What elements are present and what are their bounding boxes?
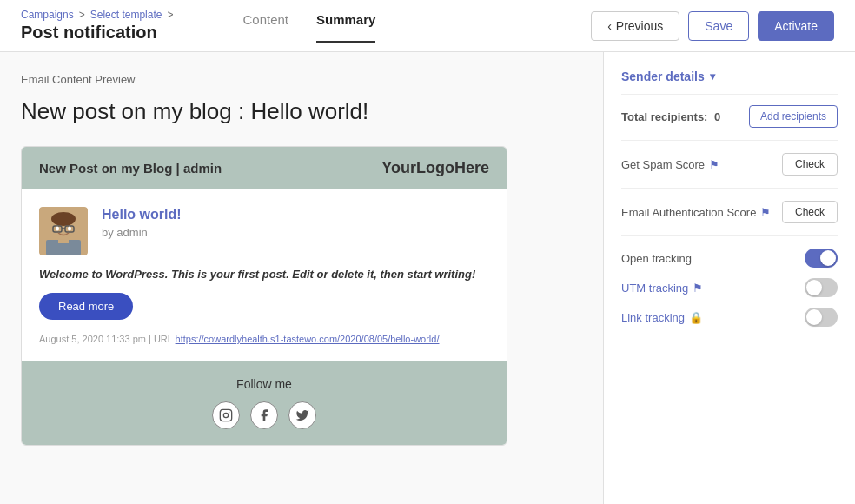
app-container: Campaigns > Select template > Post notif…	[0, 0, 855, 504]
breadcrumb-select-template[interactable]: Select template	[90, 9, 162, 21]
svg-point-9	[68, 227, 71, 231]
twitter-icon-button[interactable]	[288, 401, 316, 429]
recipients-label: Total recipients: 0	[621, 110, 720, 123]
recipients-row: Total recipients: 0 Add recipients	[621, 105, 838, 128]
sender-details-label: Sender details	[621, 70, 705, 83]
topbar-actions: ‹ Previous Save Activate	[591, 11, 834, 41]
svg-point-12	[229, 412, 229, 413]
divider-3	[621, 235, 838, 236]
open-tracking-toggle[interactable]	[805, 249, 838, 268]
auth-score-row: Email Authentication Score ⚑ Check	[621, 201, 838, 223]
toggle-knob-link	[806, 309, 822, 325]
activate-button[interactable]: Activate	[758, 11, 834, 41]
post-info: Hello world! by admin	[102, 207, 489, 255]
spam-check-button[interactable]: Check	[782, 153, 838, 176]
breadcrumb-campaigns[interactable]: Campaigns	[21, 9, 74, 21]
spam-info-icon[interactable]: ⚑	[709, 158, 719, 171]
avatar-image	[39, 207, 88, 255]
save-button[interactable]: Save	[688, 11, 749, 41]
email-header-title: New Post on my Blog | admin	[39, 161, 222, 176]
email-card: New Post on my Blog | admin YourLogoHere	[21, 146, 507, 446]
sidebar: Sender details ▾ Total recipients: 0 Add…	[603, 52, 855, 504]
post-excerpt: Welcome to WordPress. This is your first…	[39, 268, 489, 281]
post-avatar	[39, 207, 88, 255]
utm-tracking-row: UTM tracking ⚑	[621, 278, 838, 297]
email-subject: New post on my blog : Hello world!	[21, 98, 582, 125]
logo-bold: Here	[454, 159, 489, 176]
post-meta: August 5, 2020 11:33 pm | URL https://co…	[39, 334, 489, 344]
divider-2	[621, 188, 838, 189]
main: Email Content Preview New post on my blo…	[0, 52, 855, 504]
topbar-left: Campaigns > Select template > Post notif…	[21, 9, 173, 43]
topbar: Campaigns > Select template > Post notif…	[0, 0, 855, 52]
email-logo: YourLogoHere	[381, 159, 489, 177]
auth-score-label: Email Authentication Score ⚑	[621, 206, 771, 219]
tab-summary[interactable]: Summary	[316, 9, 375, 43]
tab-content[interactable]: Content	[242, 9, 288, 43]
post-title-link[interactable]: Hello world!	[102, 207, 489, 222]
instagram-icon-button[interactable]	[212, 401, 240, 429]
utm-tracking-toggle[interactable]	[805, 278, 838, 297]
page-title: Post notification	[21, 23, 173, 43]
link-tracking-row: Link tracking 🔒	[621, 308, 838, 327]
open-tracking-label: Open tracking	[621, 252, 692, 265]
svg-point-11	[223, 413, 228, 417]
content-area: Email Content Preview New post on my blo…	[0, 52, 603, 504]
email-body: Hello world! by admin Welcome to WordPre…	[22, 189, 507, 361]
sender-details-header[interactable]: Sender details ▾	[621, 70, 838, 95]
chevron-down-icon: ▾	[710, 70, 715, 83]
topbar-tabs: Content Summary	[242, 9, 591, 43]
post-date: August 5, 2020 11:33 pm	[39, 334, 146, 344]
breadcrumb-sep2: >	[167, 9, 173, 21]
blog-title-text: New Post on my Blog |	[39, 161, 180, 176]
divider-1	[621, 140, 838, 141]
link-tracking-toggle[interactable]	[805, 308, 838, 327]
post-preview: Hello world! by admin	[39, 207, 489, 255]
open-tracking-row: Open tracking	[621, 249, 838, 268]
blog-bold-text: admin	[180, 161, 222, 176]
link-tracking-label[interactable]: Link tracking 🔒	[621, 311, 703, 324]
email-preview-label: Email Content Preview	[21, 73, 582, 86]
breadcrumb: Campaigns > Select template >	[21, 9, 173, 21]
utm-tracking-label[interactable]: UTM tracking ⚑	[621, 282, 703, 295]
facebook-icon-button[interactable]	[250, 401, 278, 429]
post-url-link[interactable]: https://cowardlyhealth.s1-tastewo.com/20…	[176, 334, 440, 344]
auth-check-button[interactable]: Check	[782, 201, 838, 223]
spam-score-row: Get Spam Score ⚑ Check	[621, 153, 838, 176]
spam-score-label: Get Spam Score ⚑	[621, 158, 719, 171]
post-author: by admin	[102, 226, 489, 239]
email-header: New Post on my Blog | admin YourLogoHere	[22, 147, 507, 189]
read-more-button[interactable]: Read more	[39, 293, 133, 320]
breadcrumb-sep1: >	[79, 9, 85, 21]
email-footer: Follow me	[22, 361, 507, 445]
link-info-icon[interactable]: 🔒	[689, 311, 703, 324]
toggle-knob-utm	[806, 280, 822, 295]
previous-button[interactable]: ‹ Previous	[591, 11, 679, 41]
url-label: URL	[154, 334, 173, 344]
auth-info-icon[interactable]: ⚑	[760, 206, 771, 219]
toggle-knob-open	[820, 250, 836, 266]
svg-point-4	[51, 212, 76, 226]
social-icons	[37, 401, 491, 429]
logo-text: YourLogo	[381, 159, 454, 176]
svg-rect-10	[220, 409, 231, 421]
svg-point-8	[56, 227, 59, 231]
add-recipients-button[interactable]: Add recipients	[749, 105, 838, 128]
utm-info-icon[interactable]: ⚑	[693, 282, 703, 295]
chevron-left-icon: ‹	[607, 19, 612, 33]
follow-label: Follow me	[37, 377, 491, 391]
